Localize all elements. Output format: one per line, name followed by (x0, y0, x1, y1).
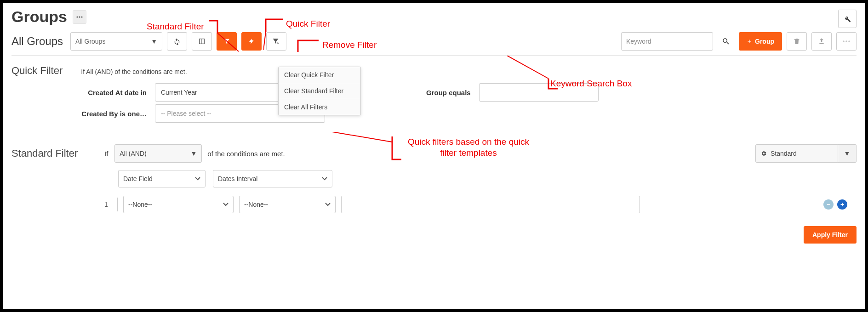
quick-filter-button[interactable] (241, 32, 262, 51)
sf-field-select[interactable]: --None-- (123, 196, 234, 213)
remove-filter-menu: Clear Quick Filter Clear Standard Filter… (278, 67, 361, 115)
search-button[interactable] (718, 32, 734, 51)
settings-wrench-button[interactable] (838, 10, 857, 28)
sf-filter-type-label: Standard (771, 150, 797, 157)
plus-icon (747, 39, 752, 44)
qf-created-at-label: Created At date in (11, 89, 149, 96)
page-title-row: Groups (11, 8, 857, 26)
sf-criteria-row: 1 --None-- --None-- − + (101, 196, 857, 213)
sf-field-value: --None-- (128, 201, 152, 208)
chevron-down-icon (195, 177, 200, 181)
add-criteria-button[interactable]: + (837, 199, 847, 210)
sf-operator-value: --None-- (244, 201, 268, 208)
qf-group-equals-input[interactable] (479, 83, 599, 102)
sf-date-field-select[interactable]: Date Field (118, 170, 206, 187)
qf-created-at-value: Current Year (161, 89, 197, 96)
sf-date-field-value: Date Field (123, 175, 153, 182)
qf-group-equals-label: Group equals (426, 89, 474, 96)
add-group-label: Group (755, 38, 774, 45)
svg-point-5 (845, 40, 847, 42)
svg-point-2 (81, 16, 82, 17)
caret-down-icon: ▼ (151, 38, 157, 45)
refresh-button[interactable] (167, 32, 187, 51)
keyword-input[interactable]: Keyword (621, 32, 713, 51)
view-title: All Groups (11, 35, 63, 48)
page-title: Groups (11, 8, 67, 26)
quick-filter-condition-text: If All (AND) of the conditions are met. (81, 68, 187, 75)
sf-logic-select[interactable]: All (AND) ▼ (114, 144, 202, 163)
sf-filter-type-select[interactable]: Standard (755, 144, 838, 163)
chevron-down-icon (223, 203, 228, 206)
view-selector[interactable]: All Groups ▼ (70, 32, 162, 51)
columns-button[interactable] (192, 32, 212, 51)
sf-dates-interval-select[interactable]: Dates Interval (213, 170, 332, 187)
view-selector-value: All Groups (75, 38, 105, 45)
more-actions-button[interactable] (836, 32, 857, 51)
caret-down-icon: ▼ (190, 150, 197, 157)
svg-text:x: x (277, 40, 279, 45)
svg-point-4 (843, 40, 845, 42)
apply-filter-button[interactable]: Apply Filter (804, 226, 857, 244)
quick-filter-heading: Quick Filter (11, 65, 63, 77)
divider (117, 198, 118, 211)
chevron-down-icon (325, 203, 331, 206)
standard-filter-button[interactable] (217, 32, 237, 51)
svg-point-0 (76, 16, 78, 17)
sf-operator-select[interactable]: --None-- (239, 196, 336, 213)
menu-clear-quick-filter[interactable]: Clear Quick Filter (279, 67, 360, 83)
quick-filter-section: Quick Filter If All (AND) of the conditi… (11, 56, 857, 134)
add-group-button[interactable]: Group (739, 32, 782, 51)
menu-clear-standard-filter[interactable]: Clear Standard Filter (279, 83, 360, 99)
apply-filter-label: Apply Filter (812, 231, 848, 238)
standard-filter-heading: Standard Filter (11, 147, 99, 159)
page-options-button[interactable] (73, 10, 86, 24)
svg-point-6 (848, 40, 850, 42)
chevron-down-icon (322, 177, 327, 181)
remove-criteria-button[interactable]: − (823, 199, 834, 210)
svg-point-1 (79, 16, 80, 17)
sf-filter-type-caret[interactable]: ▼ (838, 144, 857, 163)
menu-clear-all-filters[interactable]: Clear All Filters (279, 99, 360, 115)
sf-condition-text: of the conditions are met. (207, 150, 285, 158)
sf-if-label: If (104, 150, 108, 158)
app-frame: Groups All Groups All Groups ▼ x (0, 0, 868, 312)
sf-logic-value: All (AND) (120, 150, 146, 157)
toolbar: All Groups All Groups ▼ x Keyword Gr (11, 32, 857, 56)
remove-filter-button[interactable]: x (266, 32, 286, 51)
upload-button[interactable] (811, 32, 832, 51)
keyword-placeholder: Keyword (626, 38, 651, 45)
qf-created-by-placeholder: -- Please select -- (161, 110, 211, 117)
standard-filter-section: Standard Filter If All (AND) ▼ of the co… (11, 144, 857, 244)
delete-button[interactable] (787, 32, 807, 51)
gear-icon (760, 150, 767, 157)
sf-dates-interval-value: Dates Interval (218, 175, 257, 182)
sf-row-index: 1 (101, 201, 112, 208)
qf-created-by-label: Created By is one… (11, 110, 149, 118)
sf-value-input[interactable] (341, 196, 640, 213)
